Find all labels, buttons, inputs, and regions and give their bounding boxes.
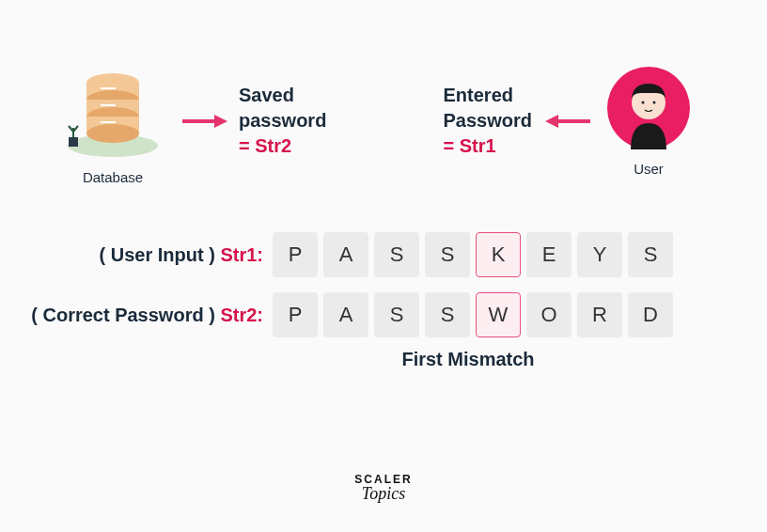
first-mismatch-label: First Mismatch (169, 349, 767, 370)
row-user-input: ( User Input ) Str1: PASSKEYS (0, 232, 767, 277)
user-avatar-icon (605, 65, 692, 151)
char-cell: Y (577, 232, 622, 277)
saved-password-text: Saved password = Str2 (239, 83, 326, 159)
char-cell: S (425, 232, 470, 277)
row1-var: Str1: (220, 244, 263, 265)
entered-password-text: Entered Password = Str1 (444, 83, 532, 159)
char-cell: D (628, 292, 673, 337)
user-illustration: User (605, 65, 692, 177)
char-cell: R (577, 292, 622, 337)
svg-rect-11 (69, 137, 78, 147)
arrow-left-icon (545, 112, 592, 131)
char-cell: E (526, 232, 571, 277)
char-cell: S (374, 232, 419, 277)
char-cell: S (374, 292, 419, 337)
row1-cells: PASSKEYS (273, 232, 673, 277)
row1-prefix: ( User Input ) (100, 244, 221, 265)
char-cell: P (273, 292, 318, 337)
row2-prefix: ( Correct Password ) (31, 305, 220, 325)
entered-line1: Entered (444, 83, 532, 108)
top-row: Database Saved password = Str2 Entered P… (0, 0, 767, 204)
entered-line2: Password (444, 108, 532, 133)
svg-point-19 (653, 102, 656, 104)
svg-point-7 (86, 124, 139, 143)
char-cell: S (628, 232, 673, 277)
row-correct-password: ( Correct Password ) Str2: PASSWORD (0, 292, 767, 337)
user-label: User (605, 161, 692, 177)
char-cell: O (526, 292, 571, 337)
char-cell: W (476, 292, 521, 337)
saved-line1: Saved (239, 83, 326, 108)
svg-point-18 (642, 102, 645, 104)
string-rows: ( User Input ) Str1: PASSKEYS ( Correct … (0, 232, 767, 370)
row2-cells: PASSWORD (273, 292, 673, 337)
svg-marker-13 (214, 115, 227, 128)
svg-marker-15 (545, 115, 558, 128)
saved-eq: = Str2 (239, 133, 326, 159)
scaler-topics-logo: SCALER Topics (354, 473, 412, 504)
row2-label: ( Correct Password ) Str2: (31, 305, 263, 326)
database-illustration: Database (56, 56, 169, 185)
database-label: Database (56, 169, 169, 185)
char-cell: K (476, 232, 521, 277)
database-icon (61, 56, 164, 160)
char-cell: P (273, 232, 318, 277)
entered-eq: = Str1 (444, 133, 532, 159)
saved-line2: password (239, 108, 326, 133)
user-group: Entered Password = Str1 User (444, 65, 692, 177)
plant-icon (69, 126, 78, 147)
char-cell: S (425, 292, 470, 337)
char-cell: A (323, 232, 368, 277)
arrow-right-icon (180, 112, 227, 131)
row2-var: Str2: (220, 305, 263, 325)
char-cell: A (323, 292, 368, 337)
row1-label: ( User Input ) Str1: (100, 244, 263, 266)
database-group: Database Saved password = Str2 (56, 56, 326, 185)
logo-line2: Topics (354, 484, 412, 504)
